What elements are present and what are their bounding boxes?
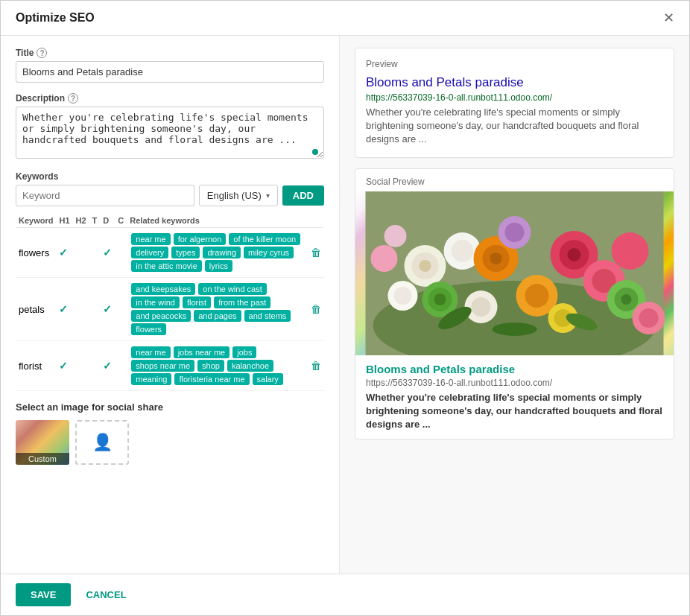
title-input[interactable]: [16, 61, 324, 83]
svg-point-11: [525, 284, 549, 308]
keyword-tag: in the attic movie: [131, 260, 202, 272]
col-t: T: [89, 214, 101, 228]
close-button[interactable]: ✕: [663, 11, 674, 25]
keyword-tag: lyrics: [205, 260, 232, 272]
keywords-label: Keywords: [16, 171, 324, 182]
social-preview-box: Social Preview: [355, 168, 674, 440]
image-section-title: Select an image for social share: [16, 401, 324, 413]
col-h2: H2: [73, 214, 89, 228]
related-keywords-cell: near mejobs near mejobsshops near meshop…: [127, 341, 308, 391]
keyword-tag: floristeria near me: [174, 373, 249, 385]
social-title: Blooms and Petals paradise: [366, 363, 663, 375]
col-d-cell: ✓: [100, 228, 115, 278]
preview-label: Preview: [366, 59, 663, 69]
keyword-tag: florist: [183, 296, 211, 308]
keyword-tag: of the killer moon: [229, 233, 300, 245]
image-selector: Custom 👤: [16, 420, 324, 465]
keyword-tag: and peacocks: [131, 310, 191, 322]
col-h1-cell: ✓: [56, 228, 72, 278]
svg-point-38: [493, 323, 537, 336]
svg-point-6: [452, 240, 474, 262]
keyword-tag: and stems: [244, 310, 291, 322]
col-keyword: Keyword: [16, 214, 56, 228]
delete-keyword-button[interactable]: 🗑: [311, 303, 321, 315]
add-keyword-button[interactable]: ADD: [282, 185, 324, 206]
language-select[interactable]: English (US) ▾: [199, 185, 278, 206]
svg-point-34: [371, 245, 398, 272]
keyword-tag: jobs: [232, 346, 256, 358]
delete-keyword-button[interactable]: 🗑: [311, 360, 321, 372]
svg-point-14: [568, 248, 581, 261]
seo-preview-box: Preview Blooms and Petals paradise https…: [355, 48, 674, 158]
keyword-tag: kalanchoe: [227, 360, 273, 372]
table-row: florist✓✓near mejobs near mejobsshops ne…: [16, 341, 324, 391]
preview-desc: Whether you're celebrating life's specia…: [366, 106, 663, 147]
social-url: https://56337039-16-0-all.runbot111.odoo…: [366, 378, 663, 388]
social-preview-image: [355, 191, 674, 355]
keyword-tag: on the wind cast: [198, 283, 267, 295]
delete-keyword-button[interactable]: 🗑: [311, 247, 321, 258]
description-help-icon[interactable]: ?: [68, 93, 78, 104]
col-h2-cell: [73, 278, 89, 341]
col-d: D: [100, 214, 115, 228]
description-textarea[interactable]: [16, 107, 324, 159]
title-label: Title ?: [16, 48, 324, 58]
description-field-group: Description ?: [16, 93, 324, 161]
keyword-tag: for algernon: [174, 233, 227, 245]
col-d-cell: ✓: [100, 341, 115, 391]
keyword-tag: meaning: [131, 373, 171, 385]
table-row: petals✓✓and keepsakeson the wind castin …: [16, 278, 324, 341]
dialog-title: Optimize SEO: [16, 11, 95, 25]
col-h1-cell: ✓: [56, 341, 72, 391]
keyword-cell: flowers: [16, 228, 56, 278]
col-c-cell: [115, 341, 127, 391]
left-panel: Title ? Description ? Keywords: [1, 36, 340, 574]
keyword-tag: drawing: [203, 247, 241, 258]
social-desc: Whether you're celebrating life's specia…: [366, 391, 663, 432]
svg-point-23: [621, 294, 632, 305]
optimize-seo-dialog: Optimize SEO ✕ Title ? Description ?: [0, 0, 690, 616]
social-preview-label: Social Preview: [355, 169, 674, 191]
col-h2-cell: [73, 341, 89, 391]
svg-point-20: [434, 293, 446, 305]
svg-point-9: [490, 253, 502, 264]
description-wrapper: [16, 107, 324, 161]
svg-point-35: [384, 225, 407, 247]
col-h1: H1: [56, 214, 72, 228]
svg-point-29: [472, 297, 491, 317]
keyword-tag: salary: [253, 373, 283, 385]
svg-point-17: [612, 232, 649, 270]
keyword-input[interactable]: [16, 185, 194, 206]
title-help-icon[interactable]: ?: [37, 48, 47, 58]
keyword-tag: and pages: [194, 310, 241, 322]
svg-point-4: [420, 260, 431, 272]
image-placeholder[interactable]: 👤: [75, 420, 129, 465]
keyword-tag: flowers: [131, 323, 166, 335]
keyword-tag: types: [171, 247, 200, 258]
preview-url: https://56337039-16-0-all.runbot111.odoo…: [366, 92, 663, 103]
flower-svg: [355, 191, 674, 355]
image-section: Select an image for social share Custom …: [16, 401, 324, 465]
dialog-footer: SAVE CANCEL: [1, 574, 689, 615]
col-t-cell: [89, 228, 101, 278]
related-keywords-cell: near mefor algernonof the killer moondel…: [127, 228, 308, 278]
svg-point-27: [394, 287, 412, 305]
custom-image-label: Custom: [16, 453, 69, 465]
chevron-down-icon: ▾: [266, 191, 270, 200]
person-icon: 👤: [92, 433, 113, 452]
keyword-tag: shop: [197, 360, 224, 372]
save-button[interactable]: SAVE: [16, 583, 71, 606]
custom-image-thumb[interactable]: Custom: [16, 420, 69, 465]
svg-point-33: [639, 308, 659, 328]
related-keywords-cell: and keepsakeson the wind castin the wind…: [127, 278, 308, 341]
preview-title: Blooms and Petals paradise: [366, 75, 663, 90]
keywords-field-group: Keywords English (US) ▾ ADD Keyword: [16, 171, 324, 391]
delete-cell: 🗑: [308, 341, 324, 391]
keyword-tag: and keepsakes: [131, 283, 195, 295]
col-t-cell: [89, 341, 101, 391]
keyword-cell: petals: [16, 278, 56, 341]
cancel-button[interactable]: CANCEL: [78, 583, 133, 606]
keyword-tag: jobs near me: [174, 346, 230, 358]
dialog-header: Optimize SEO ✕: [1, 1, 689, 36]
col-d-cell: ✓: [100, 278, 115, 341]
